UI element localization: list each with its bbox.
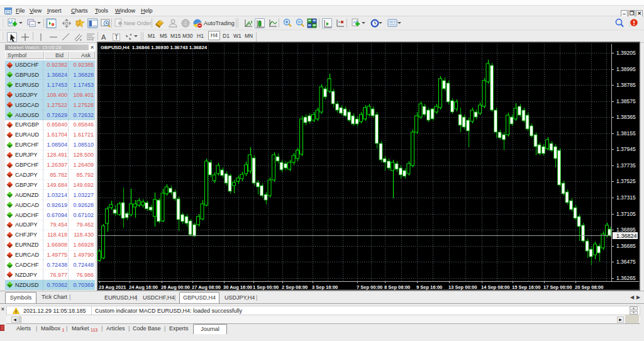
- svg-text:1.37735: 1.37735: [616, 162, 636, 169]
- svg-text:27 Aug 08:00: 27 Aug 08:00: [192, 284, 221, 290]
- svg-text:1.37105: 1.37105: [616, 211, 636, 217]
- svg-text:1.38785: 1.38785: [616, 82, 636, 88]
- svg-text:1.38995: 1.38995: [616, 66, 636, 72]
- svg-text:23 Aug 2021: 23 Aug 2021: [99, 284, 126, 290]
- svg-text:GBPUSD,H4 1.36846 1.36930 1.3: GBPUSD,H4 1.36846 1.36930 1.36743 1.3682…: [101, 45, 208, 50]
- svg-text:15 Sep 16:00: 15 Sep 16:00: [512, 284, 540, 290]
- svg-text:14 Sep 08:00: 14 Sep 08:00: [481, 284, 509, 290]
- svg-text:30 Aug 16:00: 30 Aug 16:00: [223, 284, 252, 290]
- svg-text:20 Sep 08:00: 20 Sep 08:00: [575, 284, 603, 290]
- svg-text:3 Sep 16:00: 3 Sep 16:00: [312, 284, 338, 290]
- svg-text:2 Sep 08:00: 2 Sep 08:00: [282, 284, 308, 290]
- svg-text:26 Aug 00:00: 26 Aug 00:00: [161, 284, 190, 290]
- svg-text:1.39205: 1.39205: [616, 50, 636, 56]
- svg-text:1.36475: 1.36475: [616, 259, 636, 265]
- svg-text:9 Sep 16:00: 9 Sep 16:00: [416, 284, 442, 290]
- svg-text:1.36265: 1.36265: [616, 275, 636, 281]
- svg-text:1.37525: 1.37525: [616, 178, 636, 184]
- svg-text:1.36895: 1.36895: [616, 226, 636, 233]
- svg-text:1.38155: 1.38155: [616, 130, 636, 137]
- svg-text:17 Sep 00:00: 17 Sep 00:00: [543, 284, 572, 290]
- svg-text:1.38365: 1.38365: [616, 114, 636, 120]
- svg-text:1.38575: 1.38575: [616, 98, 636, 104]
- svg-text:e: e: [80, 38, 82, 42]
- svg-text:24 Aug 16:00: 24 Aug 16:00: [129, 284, 158, 290]
- svg-text:13 Sep 00:00: 13 Sep 00:00: [448, 284, 477, 290]
- svg-text:1 Sep 00:00: 1 Sep 00:00: [253, 284, 279, 290]
- svg-text:1.37315: 1.37315: [616, 194, 636, 201]
- svg-text:T: T: [114, 34, 118, 41]
- svg-text:f: f: [92, 38, 94, 42]
- svg-text:1.36824: 1.36824: [616, 233, 637, 239]
- svg-text:7 Sep 00:00: 7 Sep 00:00: [357, 284, 382, 290]
- svg-text:1.37945: 1.37945: [616, 146, 636, 152]
- svg-text:1.36685: 1.36685: [616, 243, 636, 249]
- svg-text:A: A: [101, 33, 106, 41]
- svg-text:!: !: [15, 309, 17, 315]
- svg-text:8 Sep 08:00: 8 Sep 08:00: [384, 284, 410, 290]
